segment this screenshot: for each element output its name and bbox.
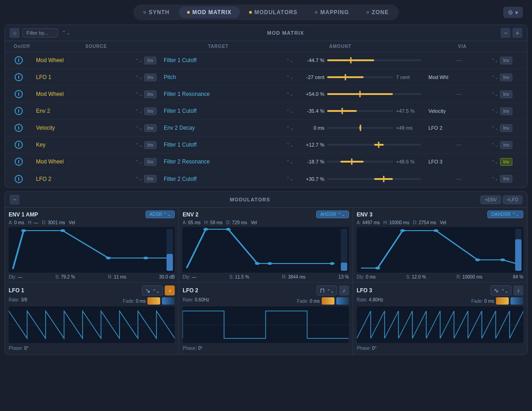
plus-button[interactable]: + [512, 28, 522, 38]
power-button-6[interactable] [15, 158, 23, 166]
slider-track-1[interactable] [327, 76, 393, 78]
env1-viz [9, 227, 175, 273]
env3-type-button[interactable]: DAHDSR ⌃⌄ [487, 211, 523, 218]
mod-minus-button[interactable]: − [10, 195, 20, 205]
slider-track-0[interactable] [327, 59, 421, 61]
lfo1-fade-up-button[interactable] [147, 297, 160, 305]
via-inv-button-6[interactable]: Inv [500, 158, 512, 166]
via-inv-button-0[interactable]: Inv [500, 57, 512, 64]
lfo2-note-button[interactable]: ♪ [339, 285, 349, 295]
source-name-6: Mod Wheel [36, 158, 133, 165]
via-arrows-4[interactable]: ⌃⌄ [491, 126, 498, 131]
source-inv-button-6[interactable]: Inv [144, 158, 156, 166]
env1-type-button[interactable]: ADSR ⌃⌄ [146, 211, 175, 218]
gear-button[interactable]: ⚙ ▾ [503, 7, 523, 18]
target-arrows-7[interactable]: ⌃⌄ [286, 176, 293, 181]
source-arrows-6[interactable]: ⌃⌄ [135, 159, 142, 164]
col-onoff: On/Off [9, 43, 35, 50]
target-cell-1: Pitch ⌃⌄ [160, 74, 297, 80]
lfo3-fade-down-button[interactable] [511, 297, 523, 305]
add-env-button[interactable]: +ENV [480, 195, 501, 204]
via-arrows-6[interactable]: ⌃⌄ [491, 159, 498, 164]
power-button-5[interactable] [15, 141, 23, 149]
target-arrows-1[interactable]: ⌃⌄ [286, 75, 293, 80]
target-arrows-0[interactable]: ⌃⌄ [286, 58, 293, 63]
via-arrows-0[interactable]: ⌃⌄ [491, 58, 498, 63]
filter-select[interactable]: Filter by... [22, 28, 58, 37]
lfo2-shape-button[interactable]: ⊓ ⌃⌄ [317, 285, 337, 295]
source-arrows-1[interactable]: ⌃⌄ [135, 75, 142, 80]
slider-track-6[interactable] [327, 161, 393, 163]
source-cell-6: Mod Wheel ⌃⌄ Inv [32, 158, 160, 166]
lfo3-shape-button[interactable]: ∿ ⌃⌄ [490, 285, 511, 295]
lfo3-note-button[interactable]: ♪ [513, 285, 523, 295]
slider-track-5[interactable] [327, 144, 421, 146]
target-arrows-3[interactable]: ⌃⌄ [286, 109, 293, 114]
lfo1-note-button[interactable]: ♪ [165, 285, 175, 295]
power-button-3[interactable] [15, 107, 23, 115]
slider-track-4[interactable] [327, 127, 393, 129]
lfo2-fade-up-button[interactable] [322, 297, 334, 305]
via-inv-button-3[interactable]: Inv [500, 107, 512, 115]
source-arrows-2[interactable]: ⌃⌄ [135, 92, 142, 97]
via-arrows-7[interactable]: ⌃⌄ [491, 176, 498, 181]
slider-track-2[interactable] [327, 93, 421, 95]
env2-vel-fill [341, 263, 347, 271]
lfo1-fade-down-button[interactable] [162, 297, 175, 305]
slider-track-7[interactable] [327, 178, 421, 180]
env1-header: ENV 1 AMP ADSR ⌃⌄ [9, 211, 175, 218]
slider-track-3[interactable] [327, 110, 393, 112]
lfo3-fade-up-button[interactable] [496, 297, 509, 305]
power-button-4[interactable] [15, 124, 23, 132]
via-arrows-3[interactable]: ⌃⌄ [491, 109, 498, 114]
matrix-row-6: Mod Wheel ⌃⌄ Inv Filter 2 Resonance ⌃⌄ -… [5, 153, 527, 170]
target-arrows-4[interactable]: ⌃⌄ [286, 126, 293, 131]
tab-mod-matrix[interactable]: MOD MATRIX [179, 6, 240, 18]
source-inv-button-1[interactable]: Inv [144, 74, 156, 81]
via-cell-3: Velocity ⌃⌄ Inv [425, 107, 516, 115]
lfo2-phase: Phase: 0° [183, 345, 349, 352]
lfo3-viz [357, 306, 523, 343]
tab-modulators[interactable]: MODULATORS [241, 6, 306, 18]
via-inv-button-7[interactable]: Inv [500, 175, 512, 183]
svg-point-9 [330, 262, 335, 265]
source-inv-button-5[interactable]: Inv [144, 141, 156, 149]
add-lfo-button[interactable]: +LFO [503, 195, 522, 204]
target-name-4: Env 2 Decay [164, 125, 284, 131]
lfo2-fade-down-button[interactable] [336, 297, 349, 305]
tab-zone[interactable]: ZONE [358, 6, 397, 18]
tab-synth[interactable]: SYNTH [135, 6, 177, 18]
power-button-0[interactable] [15, 56, 23, 64]
via-arrows-5[interactable]: ⌃⌄ [491, 142, 498, 148]
source-inv-button-0[interactable]: Inv [144, 57, 156, 64]
source-inv-button-4[interactable]: Inv [144, 124, 156, 132]
power-button-1[interactable] [15, 73, 23, 81]
lfo1-shape-button[interactable]: ↘ ⌃⌄ [142, 285, 163, 295]
env2-type-button[interactable]: AHDSR ⌃⌄ [316, 211, 349, 218]
env3-vel-bar [515, 229, 522, 271]
target-arrows-6[interactable]: ⌃⌄ [286, 159, 293, 164]
power-button-7[interactable] [15, 175, 23, 183]
power-button-2[interactable] [15, 90, 23, 98]
via-arrows-1[interactable]: ⌃⌄ [491, 75, 498, 80]
via-inv-button-1[interactable]: Inv [500, 74, 512, 81]
source-inv-button-2[interactable]: Inv [144, 90, 156, 98]
via-inv-button-4[interactable]: Inv [500, 124, 512, 132]
minus-button[interactable]: − [501, 28, 511, 38]
target-name-6: Filter 2 Resonance [164, 158, 284, 165]
via-inv-button-5[interactable]: Inv [500, 141, 512, 149]
via-arrows-2[interactable]: ⌃⌄ [491, 92, 498, 97]
source-arrows-7[interactable]: ⌃⌄ [135, 176, 142, 181]
amount-cell-4: 0 ms +49 ms [297, 125, 425, 131]
via-inv-button-2[interactable]: Inv [500, 90, 512, 98]
matrix-rows: Mod Wheel ⌃⌄ Inv Filter 1 Cutoff ⌃⌄ -44.… [5, 52, 527, 187]
source-arrows-4[interactable]: ⌃⌄ [135, 126, 142, 131]
target-arrows-5[interactable]: ⌃⌄ [286, 142, 293, 148]
target-arrows-2[interactable]: ⌃⌄ [286, 92, 293, 97]
source-arrows-5[interactable]: ⌃⌄ [135, 142, 142, 148]
source-arrows-3[interactable]: ⌃⌄ [135, 109, 142, 114]
source-inv-button-3[interactable]: Inv [144, 107, 156, 115]
source-inv-button-7[interactable]: Inv [144, 175, 156, 183]
source-arrows-0[interactable]: ⌃⌄ [135, 58, 142, 63]
tab-mapping[interactable]: MAPPING [307, 6, 357, 18]
